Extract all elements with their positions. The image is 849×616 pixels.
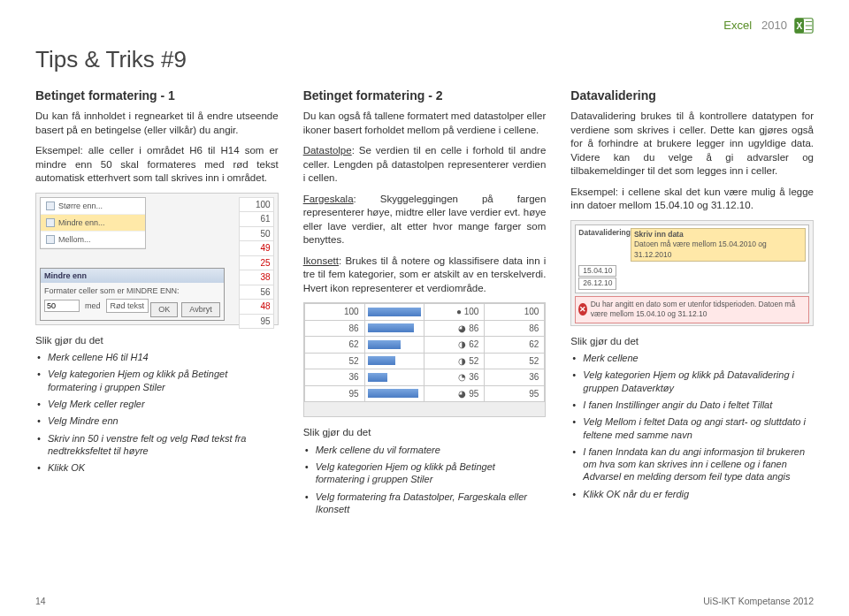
col3-steps-heading: Slik gjør du det [570,335,814,349]
column-1: Betinget formatering - 1 Du kan få innho… [35,87,279,520]
dialog-label: Formater celler som er MINDRE ENN: [44,285,220,296]
svg-text:X: X [797,21,803,31]
ok-button[interactable]: OK [150,302,178,316]
page-header: Excel 2010 X [35,16,814,35]
figure-conditional-menu: Større enn... Mindre enn... Mellom... 10… [35,193,279,325]
less-than-dialog: Mindre enn Formater celler som er MINDRE… [40,268,225,321]
list-item: Merk cellene du vil formatere [305,444,547,456]
list-item: Klikk OK [37,461,279,474]
col2-p3: Fargeskala: Skyggeleggingen på fargen re… [303,193,547,247]
list-item: Velg kategorien Hjem og klikk på Betinge… [305,460,547,486]
columns: Betinget formatering - 1 Du kan få innho… [35,87,814,520]
column-2: Betinget formatering - 2 Du kan også få … [303,87,547,520]
error-icon: ✕ [578,303,586,316]
list-item: I fanen Instillinger angir du Dato i fel… [572,399,814,411]
column-3: Datavalidering Datavalidering brukes til… [570,87,814,520]
col2-p4: Ikonsett: Brukes til å notere og klassif… [303,255,547,296]
rule-icon [46,218,55,227]
list-item: Velg Merk celler regler [37,398,279,410]
list-item: Klikk OK når du er ferdig [572,488,814,500]
col3-p1: Datavalidering brukes til å kontrollere … [570,110,814,179]
col1-steps: Merk cellene H6 til H14 Velg kategorien … [35,351,279,474]
col1-steps-heading: Slik gjør du det [35,334,279,348]
menu-item-greater[interactable]: Større enn... [41,198,145,215]
col1-p2: Eksempel: alle celler i området H6 til H… [35,144,279,186]
page-title: Tips & Triks #9 [35,44,814,75]
col2-steps-heading: Slik gjør du det [303,426,547,440]
list-item: Merk cellene [572,352,814,364]
col2-steps: Merk cellene du vil formatere Velg kateg… [303,444,547,515]
figure-databars-table: 100● 100100 86◕ 8686 62◑ 6262 52◑ 5252 3… [303,302,547,417]
list-item: Merk cellene H6 til H14 [37,351,279,363]
menu-item-between[interactable]: Mellom... [41,232,145,248]
excel-icon: X [794,16,814,35]
validation-error: ✕ Du har angitt en dato som er utenfor t… [575,296,809,323]
list-item: Skriv inn 50 i venstre felt og velg Rød … [37,432,279,458]
threshold-input[interactable] [44,300,80,312]
rule-icon [46,235,55,244]
databars-table: 100● 100100 86◕ 8686 62◑ 6262 52◑ 5252 3… [304,303,546,402]
col3-p2: Eksempel: i cellene skal det kun være mu… [570,186,814,213]
rule-icon [46,202,55,210]
col3-heading: Datavalidering [570,87,814,104]
page-footer: 14 UiS-IKT Kompetanse 2012 [35,595,814,607]
list-item: Velg Mindre enn [37,414,279,427]
product-name: Excel [723,18,752,34]
list-item: Velg formatering fra Datastolper, Farges… [305,491,547,516]
page-number: 14 [35,595,46,607]
product-year: 2010 [761,18,787,34]
sample-cells: 100 61 50 49 25 38 56 48 95 [239,197,274,329]
col2-heading: Betinget formatering - 2 [303,87,547,104]
list-item: Velg Mellom i feltet Data og angi start-… [572,415,814,441]
figure-validation-dialog: Datavalidering Skriv inn dataDatoen må v… [570,220,814,326]
dialog-title: Mindre enn [41,269,224,283]
list-item: Velg kategorien Hjem og klikk på Betinge… [37,368,279,393]
col2-p2: Datastolpe: Se verdien til en celle i fo… [303,144,547,186]
footer-credit: UiS-IKT Kompetanse 2012 [703,595,814,607]
col1-heading: Betinget formatering - 1 [35,87,279,104]
col3-steps: Merk cellene Velg kategorien Hjem og kli… [570,352,814,500]
col2-p1: Du kan også få tallene formatert med dat… [303,110,547,137]
validation-settings: Datavalidering Skriv inn dataDatoen må v… [575,224,809,293]
cancel-button[interactable]: Avbryt [181,302,219,316]
context-menu: Større enn... Mindre enn... Mellom... [40,197,146,249]
format-select[interactable]: Rød tekst [106,299,149,313]
menu-item-less[interactable]: Mindre enn... [41,215,145,232]
list-item: I fanen Inndata kan du angi informasjon … [572,445,814,483]
list-item: Velg kategorien Hjem og klikk på Dataval… [572,369,814,394]
col1-p1: Du kan få innholdet i regnearket til å e… [35,110,279,137]
